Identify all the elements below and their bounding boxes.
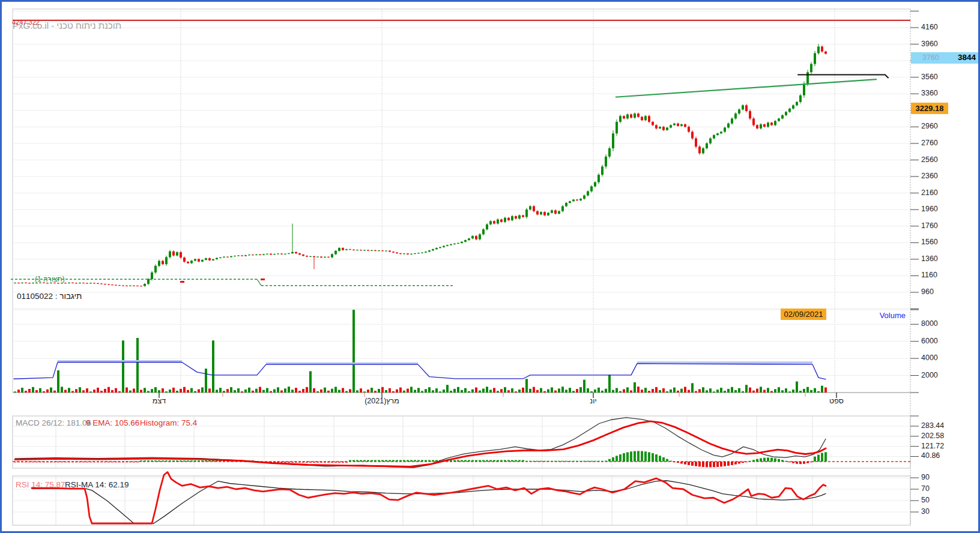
- macd-histogram-bar: [352, 460, 355, 462]
- volume-bar: [86, 388, 88, 393]
- volume-bar: [608, 375, 611, 393]
- macd-histogram-bar: [763, 458, 766, 462]
- macd-histogram-bar: [716, 462, 719, 467]
- volume-bar: [277, 387, 279, 393]
- macd-histogram-bar: [180, 460, 182, 462]
- macd-axis-label: 202.58: [921, 432, 944, 440]
- macd-histogram-bar: [695, 462, 697, 466]
- macd-histogram-bar: [630, 451, 632, 462]
- macd-histogram-bar: [666, 459, 668, 462]
- volume-bar: [349, 389, 351, 393]
- candle-body: [356, 250, 358, 250]
- candle-body: [334, 251, 337, 254]
- volume-bar: [439, 391, 441, 393]
- macd-histogram-bar: [662, 457, 665, 462]
- macd-histogram-bar: [334, 462, 337, 463]
- candle-body: [194, 259, 196, 261]
- candle-body: [439, 247, 441, 248]
- volume-bar: [381, 387, 384, 393]
- volume-bar: [659, 390, 661, 393]
- volume-bar: [583, 380, 585, 393]
- volume-ma-line: [14, 363, 826, 379]
- candle-body: [25, 283, 27, 283]
- chart-canvas[interactable]: [2, 2, 978, 531]
- volume-bar: [778, 387, 780, 393]
- price-axis-label: 4160: [921, 23, 938, 31]
- candle-body: [554, 210, 557, 214]
- volume-bar: [540, 388, 542, 393]
- candle-body: [212, 259, 214, 260]
- candle-body: [367, 250, 369, 251]
- candle-body: [216, 258, 218, 259]
- volume-bar: [352, 310, 355, 393]
- macd-histogram-bar: [507, 460, 510, 462]
- candle-body: [565, 203, 567, 206]
- macd-histogram-bar: [313, 462, 315, 463]
- macd-histogram-bar: [212, 460, 214, 462]
- volume-bar: [122, 340, 124, 393]
- volume-bar: [316, 391, 319, 393]
- macd-histogram-bar: [525, 461, 528, 462]
- candle-body: [623, 116, 625, 118]
- volume-bar: [288, 387, 290, 393]
- candle-body: [515, 216, 517, 218]
- macd-histogram-bar: [320, 462, 322, 463]
- macd-histogram-bar: [136, 462, 139, 462]
- candle-body: [806, 72, 809, 83]
- macd-histogram-bar: [205, 460, 207, 462]
- volume-bar: [367, 390, 369, 393]
- volume-bar: [673, 388, 676, 393]
- macd-histogram-bar: [158, 460, 160, 462]
- volume-bar: [115, 388, 117, 393]
- candle-body: [414, 253, 416, 254]
- candle-body: [180, 252, 182, 257]
- macd-histogram-bar: [389, 460, 391, 462]
- macd-histogram-bar: [46, 462, 49, 462]
- macd-histogram-bar: [82, 462, 85, 462]
- volume-bar: [327, 391, 330, 393]
- volume-bar: [17, 390, 20, 393]
- macd-histogram-bar: [162, 460, 164, 462]
- macd-histogram-bar: [734, 462, 737, 465]
- volume-bar: [720, 388, 722, 393]
- candle-body: [511, 216, 513, 220]
- macd-histogram-bar: [569, 461, 571, 462]
- volume-bar: [814, 388, 816, 393]
- volume-bar: [259, 387, 261, 393]
- volume-bar: [572, 391, 575, 393]
- macd-histogram-bar: [767, 457, 769, 462]
- candle-body: [111, 285, 113, 285]
- macd-histogram-bar: [482, 460, 485, 462]
- volume-bar: [154, 387, 157, 393]
- macd-histogram-bar: [529, 461, 531, 462]
- macd-histogram-bar: [673, 462, 676, 462]
- volume-bar: [169, 390, 171, 393]
- candle-body: [583, 196, 585, 199]
- volume-bar: [190, 388, 193, 393]
- candle-body: [572, 200, 575, 202]
- candle-body: [316, 257, 319, 257]
- macd-histogram-bar: [684, 462, 686, 465]
- candle-body: [594, 182, 596, 187]
- macd-histogram-bar: [57, 462, 59, 462]
- candle-body: [205, 258, 207, 260]
- rsi-line: [32, 472, 826, 524]
- volume-bar: [374, 391, 377, 393]
- volume-bar: [738, 388, 740, 393]
- candle-body: [107, 285, 110, 285]
- macd-label: MACD 26/12: 181.06: [16, 418, 91, 427]
- candle-body: [345, 249, 348, 250]
- candle-body: [536, 211, 539, 215]
- macd-histogram-bar: [756, 459, 758, 462]
- volume-bar: [471, 390, 474, 393]
- macd-histogram-bar: [414, 460, 416, 462]
- volume-bar: [554, 391, 557, 393]
- volume-bar: [684, 387, 686, 393]
- candle-body: [453, 244, 456, 244]
- macd-histogram-bar: [425, 460, 427, 462]
- macd-histogram-bar: [785, 461, 787, 462]
- volume-bar: [107, 387, 110, 393]
- candle-body: [533, 206, 535, 211]
- candle-body: [529, 206, 531, 210]
- volume-bar: [565, 390, 567, 393]
